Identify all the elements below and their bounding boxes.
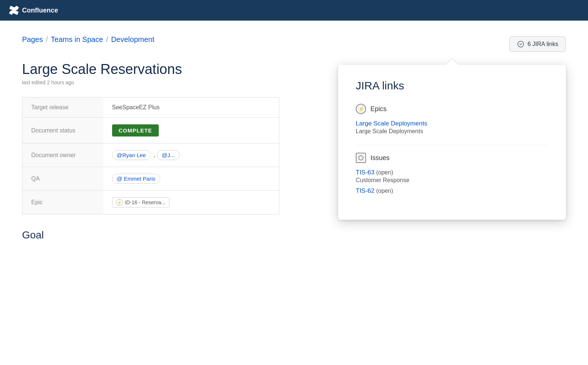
epic-id: ID-16 - Reserva...: [125, 199, 165, 205]
epics-icon: ⚡: [356, 104, 366, 114]
issue-item-tis62: TIS-62 (open): [356, 187, 548, 195]
jira-epics-header: ⚡ Epics: [356, 104, 548, 114]
top-nav: Confluence: [0, 0, 588, 21]
table-row-epic: Epic ⚡ ID-16 - Reserva...: [22, 191, 279, 215]
label-target-release: Target release: [22, 98, 103, 118]
epic-sub-large-scale: Large Scale Deployments: [356, 128, 548, 135]
breadcrumb-sep2: /: [106, 35, 108, 44]
breadcrumb-row: Pages / Teams in Space / Development 6 J…: [22, 35, 566, 53]
tis63-sub: Customer Response: [356, 177, 548, 184]
value-target-release: SeeSpaceEZ Plus: [103, 98, 279, 118]
breadcrumb-development[interactable]: Development: [111, 35, 154, 44]
epics-label: Epics: [370, 105, 387, 113]
table-row-qa: QA @ Emmet Paris: [22, 167, 279, 191]
table-row-document-owner: Document owner @Ryan Lee , @J...: [22, 143, 279, 167]
tis62-status: (open): [376, 188, 393, 194]
mention-ryan-lee[interactable]: @Ryan Lee: [112, 150, 151, 160]
value-document-status: COMPLETE: [103, 118, 279, 143]
value-epic: ⚡ ID-16 - Reserva...: [103, 191, 279, 215]
tis63-status: (open): [376, 169, 393, 176]
epic-bolt-icon: ⚡: [116, 199, 123, 206]
jira-links-button[interactable]: 6 JIRA links: [509, 36, 566, 52]
issue-link-tis63[interactable]: TIS-63: [356, 169, 374, 176]
jira-issues-header: Issues: [356, 153, 548, 163]
value-document-owner: @Ryan Lee , @J...: [103, 143, 279, 167]
breadcrumb-teams-in-space[interactable]: Teams in Space: [51, 35, 103, 44]
value-qa: @ Emmet Paris: [103, 167, 279, 191]
epic-tag[interactable]: ⚡ ID-16 - Reserva...: [112, 197, 169, 208]
issues-icon: [356, 153, 366, 163]
mention-emmet-paris[interactable]: @ Emmet Paris: [112, 174, 160, 184]
epic-link-large-scale[interactable]: Large Scale Deployments: [356, 120, 427, 127]
goal-title: Goal: [22, 229, 566, 241]
breadcrumb-pages[interactable]: Pages: [22, 35, 43, 44]
breadcrumb: Pages / Teams in Space / Development: [22, 35, 154, 44]
issue-item-tis63: TIS-63 (open) Customer Response: [356, 169, 548, 184]
page-content: Pages / Teams in Space / Development 6 J…: [0, 21, 588, 256]
epic-item-large-scale: Large Scale Deployments Large Scale Depl…: [356, 120, 548, 135]
label-qa: QA: [22, 167, 103, 191]
jira-popup: JIRA links ⚡ Epics Large Scale Deploymen…: [338, 65, 566, 220]
jira-epics-section: ⚡ Epics Large Scale Deployments Large Sc…: [356, 104, 548, 135]
popup-divider: [356, 145, 548, 145]
label-epic: Epic: [22, 191, 103, 215]
complete-badge: COMPLETE: [112, 124, 159, 137]
confluence-logo-text: Confluence: [22, 7, 58, 14]
mention-j[interactable]: @J...: [157, 150, 179, 160]
table-row-target-release: Target release SeeSpaceEZ Plus: [22, 98, 279, 118]
label-document-owner: Document owner: [22, 143, 103, 167]
jira-links-icon: [517, 40, 524, 48]
jira-issues-section: Issues TIS-63 (open) Customer Response T…: [356, 153, 548, 195]
issues-label: Issues: [370, 154, 390, 162]
table-row-document-status: Document status COMPLETE: [22, 118, 279, 143]
jira-links-label: 6 JIRA links: [527, 41, 558, 47]
info-table: Target release SeeSpaceEZ Plus Document …: [22, 97, 279, 215]
label-document-status: Document status: [22, 118, 103, 143]
jira-popup-title: JIRA links: [356, 79, 548, 92]
breadcrumb-sep1: /: [46, 35, 48, 44]
confluence-logo: Confluence: [9, 5, 58, 15]
confluence-logo-icon: [9, 5, 19, 15]
issue-link-tis62[interactable]: TIS-62: [356, 187, 374, 194]
